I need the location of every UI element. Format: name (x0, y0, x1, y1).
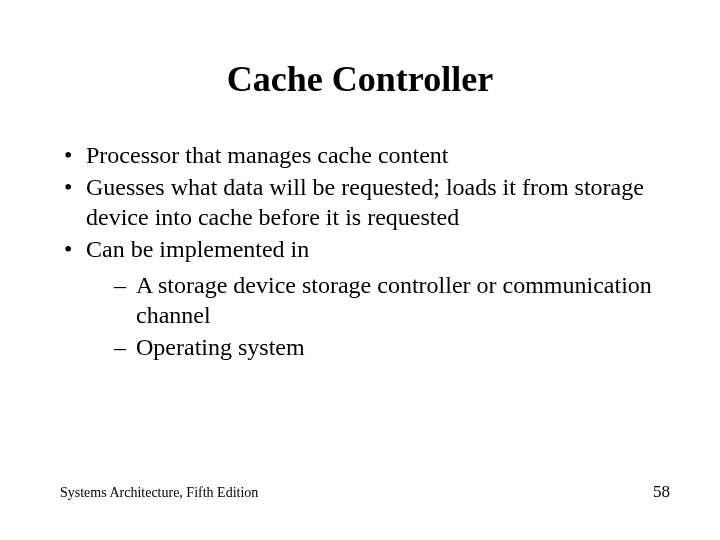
slide-content: Processor that manages cache content Gue… (0, 140, 720, 362)
sub-bullet-list: A storage device storage controller or c… (60, 270, 670, 362)
bullet-list: Processor that manages cache content Gue… (60, 140, 670, 264)
sub-bullet-item: Operating system (114, 332, 670, 362)
footer-source: Systems Architecture, Fifth Edition (60, 485, 258, 501)
bullet-item: Guesses what data will be requested; loa… (60, 172, 670, 232)
slide-footer: Systems Architecture, Fifth Edition 58 (60, 482, 670, 502)
bullet-item: Can be implemented in (60, 234, 670, 264)
bullet-item: Processor that manages cache content (60, 140, 670, 170)
slide-title: Cache Controller (0, 0, 720, 140)
sub-bullet-item: A storage device storage controller or c… (114, 270, 670, 330)
page-number: 58 (653, 482, 670, 502)
